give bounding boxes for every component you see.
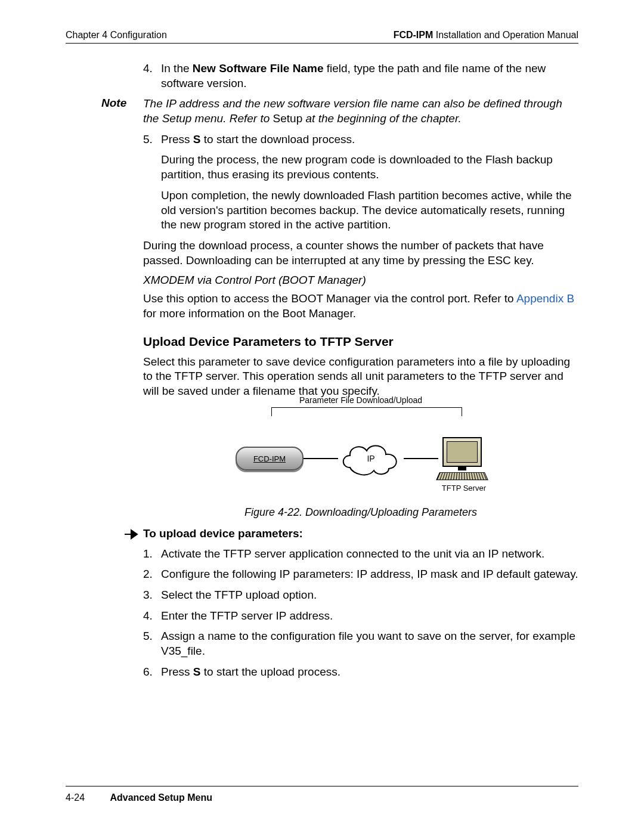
step-text: Configure the following IP parameters: I… <box>161 567 578 582</box>
upload-step-2: 2. Configure the following IP parameters… <box>143 567 578 582</box>
text-fragment: Setup <box>273 112 303 125</box>
text-fragment: for more information on the Boot Manager… <box>143 307 356 320</box>
step-text: Press S to start the download process. <box>161 132 578 147</box>
step-number: 3. <box>143 588 161 603</box>
procedure-title: To upload device parameters: <box>143 527 303 540</box>
upload-step-5: 5. Assign a name to the configuration fi… <box>143 629 578 658</box>
text-fragment: Press <box>161 665 193 678</box>
step-5: 5. Press S to start the download process… <box>143 132 578 147</box>
step-number: 4. <box>143 61 161 91</box>
text-fragment: to start the upload process. <box>201 665 340 678</box>
step-number: 5. <box>143 132 161 147</box>
upload-step-4: 4. Enter the TFTP server IP address. <box>143 609 578 624</box>
page-footer: 4-24 Advanced Setup Menu <box>66 786 578 803</box>
paragraph: During the process, the new program code… <box>161 153 578 182</box>
note-block: Note The IP address and the new software… <box>101 97 578 126</box>
page-number: 4-24 <box>66 792 107 803</box>
paragraph: During the download process, a counter s… <box>143 239 578 268</box>
header-right-bold: FCD-IPM <box>394 30 434 40</box>
step-number: 1. <box>143 547 161 562</box>
arrow-right-icon <box>124 529 140 542</box>
figure-caption: Figure 4-22. Downloading/Uploading Param… <box>143 506 578 519</box>
heading-upload: Upload Device Parameters to TFTP Server <box>143 335 578 349</box>
modem-icon: FCD-IPM <box>236 447 304 470</box>
network-diagram: Parameter File Download/Upload FCD-IPM I… <box>236 407 486 503</box>
note-label: Note <box>101 97 143 126</box>
cloud-icon: IP <box>338 438 404 479</box>
upload-step-6: 6. Press S to start the upload process. <box>143 665 578 680</box>
server-label: TFTP Server <box>442 484 486 493</box>
computer-icon <box>438 437 486 481</box>
page-header: Chapter 4 Configuration FCD-IPM Installa… <box>66 30 578 44</box>
text-fragment: to start the download process. <box>201 133 355 145</box>
monitor-icon <box>442 437 482 467</box>
text-fragment: In the <box>161 62 193 75</box>
step-text: Assign a name to the configuration file … <box>161 629 578 658</box>
paragraph: Select this parameter to save device con… <box>143 355 578 399</box>
text-fragment: Press <box>161 133 193 145</box>
step-number: 2. <box>143 567 161 582</box>
appendix-b-link[interactable]: Appendix B <box>516 292 574 305</box>
paragraph: Upon completion, the newly downloaded Fl… <box>161 188 578 233</box>
monitor-stand <box>458 467 466 470</box>
connector-line <box>304 458 338 459</box>
step-4: 4. In the New Software File Name field, … <box>143 61 578 91</box>
key-name: S <box>193 133 201 145</box>
text-fragment: Use this option to access the BOOT Manag… <box>143 292 516 305</box>
cloud-label: IP <box>367 454 374 463</box>
step-number: 4. <box>143 609 161 624</box>
step-text: Activate the TFTP server application con… <box>161 547 578 562</box>
page: Chapter 4 Configuration FCD-IPM Installa… <box>0 0 644 833</box>
header-left: Chapter 4 Configuration <box>66 30 167 41</box>
upload-step-3: 3. Select the TFTP upload option. <box>143 588 578 603</box>
bracket-line <box>271 407 462 416</box>
subheading-xmodem: XMODEM via Control Port (BOOT Manager) <box>143 274 578 287</box>
connector-line <box>404 458 438 459</box>
header-right: FCD-IPM Installation and Operation Manua… <box>394 30 578 41</box>
header-right-rest: Installation and Operation Manual <box>433 30 578 40</box>
step-number: 6. <box>143 665 161 680</box>
step-text: Select the TFTP upload option. <box>161 588 578 603</box>
footer-section: Advanced Setup Menu <box>110 792 212 803</box>
step-number: 5. <box>143 629 161 658</box>
step-text: In the New Software File Name field, typ… <box>161 61 578 91</box>
text-fragment: at the beginning of the chapter. <box>302 112 462 125</box>
content-area: 4. In the New Software File Name field, … <box>143 61 578 680</box>
procedure-heading: To upload device parameters: <box>124 527 578 542</box>
paragraph: Use this option to access the BOOT Manag… <box>143 292 578 321</box>
note-text: The IP address and the new software vers… <box>143 97 578 126</box>
field-name: New Software File Name <box>193 62 324 75</box>
figure-diagram: Parameter File Download/Upload FCD-IPM I… <box>236 407 486 503</box>
upload-step-1: 1. Activate the TFTP server application … <box>143 547 578 562</box>
step-text: Enter the TFTP server IP address. <box>161 609 578 624</box>
node-row: FCD-IPM IP <box>236 437 486 481</box>
keyboard-icon <box>436 472 488 480</box>
bracket-label: Parameter File Download/Upload <box>236 395 486 405</box>
step-text: Press S to start the upload process. <box>161 665 578 680</box>
key-name: S <box>193 665 201 678</box>
